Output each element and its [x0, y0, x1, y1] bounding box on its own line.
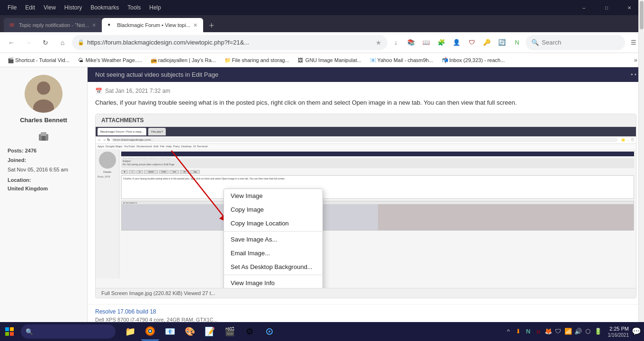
tab-forum[interactable]: ● Blackmagic Forum • View topi... ✕ — [102, 18, 203, 32]
bookmark-shortcut[interactable]: 🎬 Shortcut - Tutorial Vid... — [4, 56, 73, 64]
tray-up-arrow[interactable]: ^ — [504, 328, 513, 335]
reload-button[interactable]: ↻ — [38, 35, 53, 50]
menu-edit[interactable]: Edit — [21, 2, 39, 13]
resolve-link[interactable]: Resolve 17.0b6 build 18 — [95, 308, 156, 315]
collections-button[interactable]: 📚 — [404, 36, 418, 49]
tray-battery[interactable]: 🔋 — [594, 328, 602, 335]
immersive-reader-button[interactable]: 📖 — [420, 36, 433, 49]
bookmarks-bar: 🎬 Shortcut - Tutorial Vid... 🌤 Mike's We… — [0, 53, 644, 67]
bookmark-gimp[interactable]: 🖼 GNU Image Manipulat... — [294, 56, 365, 64]
bookmark-radio[interactable]: 📻 radiojayallen | Jay's Ra... — [147, 56, 220, 64]
joined-date: Sat Nov 05, 2016 6:55 am — [8, 167, 68, 172]
menu-history[interactable]: History — [61, 2, 86, 13]
menu-view[interactable]: View — [40, 2, 60, 13]
search-bar[interactable]: 🔍 Search — [526, 35, 625, 50]
minimize-button[interactable]: – — [573, 0, 595, 15]
taskbar-app-explorer[interactable]: 📁 — [121, 323, 139, 341]
clock[interactable]: 2:25 PM 1/16/2021 — [608, 325, 629, 338]
ctx-copy-image[interactable]: Copy Image — [224, 203, 322, 216]
downloads-button[interactable]: ↓ — [389, 36, 402, 49]
menu-help[interactable]: Help — [145, 2, 165, 13]
bookmark-star-icon[interactable]: ★ — [376, 39, 382, 46]
tray-vdh[interactable]: ⬇ — [514, 328, 523, 335]
start-button[interactable] — [0, 322, 19, 341]
tray-volume[interactable]: 🔊 — [574, 328, 582, 335]
svg-point-15 — [149, 330, 151, 332]
mini-tab-bar: Blackmagic Forum • Post a reply... File.… — [96, 127, 636, 136]
address-bar[interactable]: 🔒 https://forum.blackmagicdesign.com/vie… — [72, 35, 387, 50]
menu-bar: File Edit View History Bookmarks Tools H… — [4, 2, 165, 13]
taskbar-app-notepad[interactable]: 📝 — [201, 323, 219, 341]
taskbar-app-media[interactable]: 🎬 — [221, 323, 239, 341]
taskbar-app-firefox[interactable] — [141, 323, 159, 341]
menu-tools[interactable]: Tools — [124, 2, 144, 13]
taskbar-right: ^ ⬇ N u 🦊 🛡 📶 🔊 ⬡ 🔋 2:25 PM 1/16/2021 💬 — [504, 325, 644, 338]
menu-file[interactable]: File — [4, 2, 20, 13]
scrollbar-right[interactable] — [638, 0, 644, 341]
nav-icons: ↓ 📚 📖 🧩 👤 🛡 🔑 🔄 N — [389, 36, 524, 49]
taskbar-app-mail[interactable]: 📧 — [161, 323, 179, 341]
taskbar-app-photos[interactable]: 🎨 — [181, 323, 199, 341]
forward-button[interactable]: → — [21, 35, 36, 50]
yahoo-favicon: 📧 — [370, 57, 376, 63]
new-tab-button[interactable]: + — [205, 19, 218, 32]
main-content[interactable]: Not seeing actual video subjects in Edit… — [88, 67, 644, 341]
tab-gmail-close[interactable]: ✕ — [92, 22, 96, 28]
extensions-button[interactable]: 🧩 — [435, 36, 448, 49]
svg-rect-8 — [5, 327, 9, 331]
ctx-view-image-info[interactable]: View Image Info — [224, 276, 322, 288]
taskbar-apps: 📁 📧 🎨 📝 🎬 ⚙ — [121, 323, 278, 341]
tab-forum-close[interactable]: ✕ — [193, 22, 197, 28]
tab-gmail[interactable]: ✉ Topic reply notification - "Not... ✕ — [4, 18, 102, 32]
bookmark-weather[interactable]: 🌤 Mike's Weather Page..... — [74, 56, 146, 64]
file-favicon: 📁 — [224, 57, 230, 63]
close-button[interactable]: ✕ — [618, 0, 640, 15]
menu-bookmarks[interactable]: Bookmarks — [87, 2, 123, 13]
taskbar-search-icon: 🔍 — [26, 328, 33, 335]
post-text: Charles, if your having trouble seeing w… — [95, 98, 636, 108]
ctx-copy-image-location[interactable]: Copy Image Location — [224, 216, 322, 230]
bookmark-yahoo[interactable]: 📧 Yahoo Mail - chasm9h... — [366, 56, 437, 64]
tray-antivirus[interactable]: 🛡 — [554, 328, 563, 335]
browser-content: Charles Bennett Posts: 2476 Joined: Sat … — [0, 67, 644, 341]
tray-ublock[interactable]: u — [534, 328, 543, 335]
svg-point-1 — [37, 81, 50, 95]
mini-nav: ← → ↻ forum.blackmagicdesign.com/... ⭐ .… — [96, 136, 636, 144]
scroll-thumb[interactable] — [640, 1, 644, 29]
tray-nimbus[interactable]: N — [524, 328, 533, 335]
home-button[interactable]: ⌂ — [55, 35, 70, 50]
ctx-set-desktop[interactable]: Set As Desktop Background... — [224, 260, 322, 274]
post-meta: 📅 Sat Jan 16, 2021 7:32 am — [95, 88, 636, 94]
window-controls: – □ ✕ — [573, 0, 640, 15]
post-header: Not seeing actual video subjects in Edit… — [88, 67, 644, 82]
context-menu: View Image Copy Image Copy Image Locatio… — [224, 188, 323, 288]
taskbar-app-resolve[interactable] — [260, 323, 278, 341]
back-button[interactable]: ← — [4, 35, 19, 50]
tray-firefox[interactable]: 🦊 — [544, 328, 553, 335]
bookmark-radio-label: radiojayallen | Jay's Ra... — [158, 57, 216, 63]
attachment-image[interactable]: Blackmagic Forum • Post a reply... File.… — [96, 127, 636, 288]
tray-bluetooth[interactable]: ⬡ — [584, 328, 592, 335]
bookmark-gmail[interactable]: 📬 Inbox (29,323) - reach... — [438, 56, 509, 64]
ctx-email-image[interactable]: Email Image... — [224, 246, 322, 260]
nimbus-nav-icon[interactable]: N — [510, 36, 524, 49]
taskbar-app-settings[interactable]: ⚙ — [241, 323, 259, 341]
taskbar-search[interactable]: 🔍 — [21, 324, 116, 339]
maximize-button[interactable]: □ — [596, 0, 617, 15]
shield-icon[interactable]: 🛡 — [465, 36, 478, 49]
account-button[interactable]: 👤 — [450, 36, 463, 49]
ctx-view-image[interactable]: View Image — [224, 189, 322, 203]
ctx-save-image[interactable]: Save Image As... — [224, 233, 322, 246]
tab-forum-title: Blackmagic Forum • View topi... — [117, 22, 190, 28]
mini-tab-2: File.php? — [148, 128, 166, 135]
url-display: https://forum.blackmagicdesign.com/viewt… — [87, 39, 373, 46]
sync-icon[interactable]: 🔄 — [495, 36, 509, 49]
tray-network[interactable]: 📶 — [564, 328, 572, 335]
rank-icon — [37, 129, 50, 143]
avatar — [25, 75, 63, 113]
notification-button[interactable]: 💬 — [632, 327, 640, 336]
bookmark-file-label: File sharing and storag... — [232, 57, 289, 63]
password-icon[interactable]: 🔑 — [480, 36, 493, 49]
bookmark-file[interactable]: 📁 File sharing and storag... — [221, 56, 293, 64]
radio-favicon: 📻 — [151, 57, 156, 63]
